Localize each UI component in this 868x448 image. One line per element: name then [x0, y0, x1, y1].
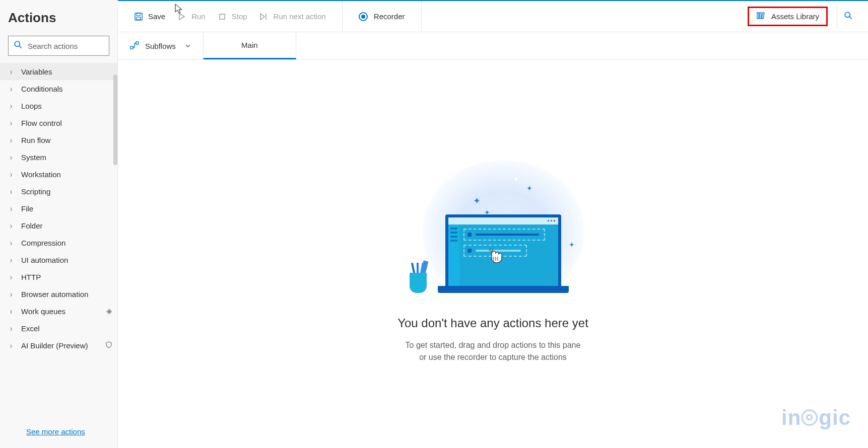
category-label: File — [21, 204, 112, 213]
chevron-down-icon — [185, 42, 191, 50]
category-item-folder[interactable]: ›Folder — [0, 217, 117, 234]
tab-main-label: Main — [241, 41, 258, 49]
category-label: Variables — [21, 67, 112, 76]
category-item-ai-builder-preview-[interactable]: ›AI Builder (Preview) — [0, 337, 117, 354]
chevron-right-icon: › — [10, 66, 16, 77]
run-next-action-button[interactable]: Run next action — [259, 12, 326, 21]
tab-main[interactable]: Main — [204, 32, 296, 59]
category-item-work-queues[interactable]: ›Work queues◈ — [0, 303, 117, 320]
save-icon — [134, 12, 143, 21]
premium-icon: ◈ — [106, 307, 112, 316]
category-item-browser-automation[interactable]: ›Browser automation — [0, 285, 117, 303]
category-label: Folder — [21, 221, 112, 230]
subflows-dropdown[interactable]: Subflows — [118, 32, 204, 59]
see-more-actions-link[interactable]: See more actions — [26, 427, 85, 436]
category-label: Browser automation — [21, 290, 112, 298]
subflows-icon — [130, 41, 139, 51]
search-actions-box[interactable] — [8, 36, 109, 56]
category-item-variables[interactable]: ›Variables — [0, 63, 117, 80]
empty-state-subtitle: To get started, drag and drop actions to… — [406, 339, 581, 363]
category-label: Compression — [21, 239, 112, 247]
category-item-loops[interactable]: ›Loops — [0, 97, 117, 114]
recorder-label: Recorder — [374, 12, 405, 21]
library-icon — [756, 11, 765, 22]
svg-marker-5 — [179, 14, 184, 20]
save-button[interactable]: Save — [134, 12, 165, 21]
category-item-conditionals[interactable]: ›Conditionals — [0, 80, 117, 97]
chevron-right-icon: › — [10, 238, 16, 248]
category-label: HTTP — [21, 273, 112, 281]
svg-point-12 — [845, 12, 850, 17]
category-item-system[interactable]: ›System — [0, 148, 117, 166]
empty-state-illustration: ✦ ✦ ✦ ✦ ✦ — [403, 160, 584, 301]
designer-canvas[interactable]: ✦ ✦ ✦ ✦ ✦ — [118, 60, 868, 448]
category-item-compression[interactable]: ›Compression — [0, 234, 117, 251]
svg-rect-14 — [130, 46, 133, 49]
play-icon — [177, 12, 186, 21]
category-label: Work queues — [21, 307, 103, 316]
category-label: Loops — [21, 102, 112, 110]
chevron-right-icon: › — [10, 118, 16, 128]
stop-label: Stop — [232, 12, 247, 21]
search-actions-input[interactable] — [28, 42, 123, 50]
subflow-tabstrip: Subflows Main — [118, 32, 868, 60]
chevron-right-icon: › — [10, 84, 16, 94]
svg-rect-11 — [762, 13, 764, 19]
run-button[interactable]: Run — [177, 12, 206, 21]
category-item-workstation[interactable]: ›Workstation — [0, 166, 117, 183]
top-toolbar: Save Run Stop Run next action Recorder — [118, 0, 868, 32]
chevron-right-icon: › — [10, 289, 16, 299]
chevron-right-icon: › — [10, 255, 16, 265]
assets-library-button[interactable]: Assets Library — [748, 7, 828, 26]
category-item-run-flow[interactable]: ›Run flow — [0, 131, 117, 148]
chevron-right-icon: › — [10, 272, 16, 282]
svg-rect-15 — [136, 42, 139, 44]
record-icon — [359, 12, 368, 21]
category-item-http[interactable]: ›HTTP — [0, 268, 117, 285]
svg-rect-2 — [135, 13, 142, 20]
category-item-flow-control[interactable]: ›Flow control — [0, 114, 117, 131]
category-label: AI Builder (Preview) — [21, 341, 102, 350]
toolbar-search-button[interactable] — [837, 6, 859, 28]
empty-state-title: You don't have any actions here yet — [397, 316, 588, 330]
run-next-label: Run next action — [274, 12, 326, 21]
category-item-ui-automation[interactable]: ›UI automation — [0, 251, 117, 268]
step-icon — [259, 12, 269, 21]
chevron-right-icon: › — [10, 323, 16, 333]
category-label: Flow control — [21, 119, 112, 127]
sidebar-title: Actions — [0, 0, 117, 31]
chevron-right-icon: › — [10, 101, 16, 111]
recorder-button[interactable]: Recorder — [359, 12, 405, 21]
category-item-excel[interactable]: ›Excel — [0, 320, 117, 337]
search-icon — [14, 40, 23, 51]
watermark-logo: in⦾gic — [781, 406, 851, 430]
chevron-right-icon: › — [10, 186, 16, 196]
stop-icon — [218, 12, 227, 21]
category-label: System — [21, 153, 112, 162]
svg-rect-10 — [760, 13, 761, 19]
category-item-file[interactable]: ›File — [0, 200, 117, 217]
category-label: Workstation — [21, 170, 112, 179]
chevron-right-icon: › — [10, 306, 16, 316]
subflows-label: Subflows — [145, 42, 176, 50]
chevron-right-icon: › — [10, 169, 16, 179]
category-label: Excel — [21, 324, 112, 333]
chevron-right-icon: › — [10, 203, 16, 213]
chevron-right-icon: › — [10, 340, 16, 350]
search-icon — [844, 11, 853, 22]
category-label: Scripting — [21, 187, 112, 196]
category-label: UI automation — [21, 256, 112, 264]
action-categories: ›Variables›Conditionals›Loops›Flow contr… — [0, 63, 117, 420]
shield-icon — [105, 341, 112, 350]
svg-line-1 — [19, 46, 22, 48]
category-item-scripting[interactable]: ›Scripting — [0, 183, 117, 200]
actions-sidebar: Actions ›Variables›Conditionals›Loops›Fl… — [0, 0, 118, 448]
category-label: Run flow — [21, 136, 112, 144]
category-label: Conditionals — [21, 85, 112, 93]
svg-rect-4 — [137, 17, 141, 20]
chevron-right-icon: › — [10, 135, 16, 145]
svg-rect-9 — [757, 13, 759, 19]
run-label: Run — [191, 12, 206, 21]
stop-button[interactable]: Stop — [218, 12, 247, 21]
chevron-right-icon: › — [10, 220, 16, 231]
